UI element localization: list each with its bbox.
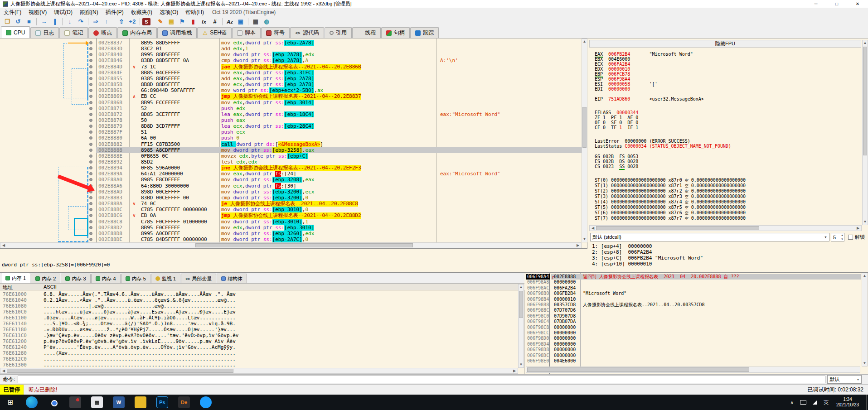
disasm-row[interactable]: 002E88806A 00push 0 xyxy=(0,135,582,141)
tab-watch[interactable]: 监视 1 xyxy=(151,274,180,283)
registers-hscrollbar[interactable]: ◀▶ xyxy=(589,225,862,231)
globe-icon[interactable]: ◍ xyxy=(262,17,272,26)
tab-mem[interactable]: 内存 1 xyxy=(1,273,30,283)
stack-address[interactable]: 006F98D8 xyxy=(526,347,550,352)
stack-vscrollbar[interactable]: ▲▼ xyxy=(862,273,868,367)
register-line[interactable]: ST(5) 00000000000000000000 x87r5 空 0.000… xyxy=(595,205,746,210)
disasm-row[interactable]: 002E88D28B95 F0CFFFFFmov edx,dword ptr s… xyxy=(0,225,582,231)
breakpoint-dot-icon[interactable] xyxy=(89,101,92,104)
breakpoint-dot-icon[interactable] xyxy=(89,143,92,146)
tab-mem[interactable]: 内存 3 xyxy=(61,274,90,283)
calling-convention-select[interactable]: 默认 (stdcall) ▼ xyxy=(590,233,829,241)
disasm-row[interactable]: 002E889285D2test edx,edx xyxy=(0,159,582,165)
disasm-row[interactable]: 002E88B383BD 00CEFFFF 00cmp dword ptr ss… xyxy=(0,195,582,201)
breakpoint-dot-icon[interactable] xyxy=(89,53,92,56)
tab-trace[interactable]: 跟踪 xyxy=(410,27,439,38)
stack-address[interactable]: 006F98D4 xyxy=(526,342,550,347)
stack-row[interactable]: 07DB07DA xyxy=(551,319,861,324)
patch-icon[interactable]: ✎ xyxy=(155,17,165,26)
tab-references[interactable]: 引用 xyxy=(325,27,352,38)
disasm-row[interactable]: 002E887850push eax xyxy=(0,117,582,123)
rununtil-icon[interactable]: ⇒ xyxy=(91,17,101,26)
register-line[interactable]: EDI 00000000 xyxy=(595,87,693,92)
stack-address[interactable]: 006F98E0 xyxy=(526,358,550,364)
stack-address[interactable]: 006F98CC xyxy=(526,330,550,336)
disassembly-pane[interactable]: 002E88378B95 88D5FFFFmov edx,dword ptr s… xyxy=(0,39,587,272)
tab-callstack[interactable]: 调用堆栈 xyxy=(157,27,197,38)
register-line[interactable]: EDX 00000010 xyxy=(595,67,693,72)
disasm-row[interactable]: 002E88550385 88D5FFFFadd eax,dword ptr s… xyxy=(0,76,582,82)
breakpoint-dot-icon[interactable] xyxy=(89,125,92,128)
command-syntax-select[interactable]: 默认 ▼ xyxy=(827,375,862,384)
disasm-row[interactable]: 002E88BCC785 F0CFFFFF 00000000mov dword … xyxy=(0,207,582,212)
send-icon[interactable]: ▣ xyxy=(236,17,246,26)
calculator-taskbar-icon[interactable]: ▦ xyxy=(91,396,103,408)
open-icon[interactable]: ❒ xyxy=(2,17,12,26)
hash-icon[interactable]: # xyxy=(210,17,220,26)
stack-address[interactable]: 006F98C8 xyxy=(526,325,550,330)
register-line[interactable]: OF 0 SF 0 DF 0 xyxy=(595,120,638,125)
registers-vscrollbar[interactable]: ▲▼ xyxy=(862,40,868,225)
photoshop-taskbar-icon[interactable]: Ps xyxy=(156,396,168,408)
register-line[interactable]: ES 002B DS 002B xyxy=(595,159,638,164)
disasm-row[interactable]: 002E886B8B95 ECCFFFFFmov edx,dword ptr s… xyxy=(0,100,582,106)
disasm-row[interactable]: 002E88888985 A8CDFFFFmov dword ptr ss:[e… xyxy=(0,147,582,153)
disasm-row[interactable]: 002E8869∧EB CCjmp 人像摄影协会线上课程报名表--2021--0… xyxy=(0,93,582,99)
breakpoint-dot-icon[interactable] xyxy=(89,238,92,241)
breakpoint-dot-icon[interactable] xyxy=(89,77,92,80)
breakpoint-dot-icon[interactable] xyxy=(89,196,92,199)
menu-item[interactable]: 文件(F) xyxy=(0,8,25,17)
disasm-row[interactable]: 002E887152push edx xyxy=(0,106,582,111)
menu-item[interactable]: 收藏夹(I) xyxy=(127,8,156,17)
breakpoint-dot-icon[interactable] xyxy=(89,220,92,223)
register-line[interactable]: ST(0) 00000000000000000000 x87r0 空 0.000… xyxy=(595,178,746,183)
stack-row[interactable]: 00357CD8人像摄影协会线上课程报名表--2021--04--20.0035… xyxy=(551,302,861,308)
command-input[interactable] xyxy=(18,376,825,383)
stack-row[interactable]: 00000000 xyxy=(551,330,861,336)
tab-source[interactable]: <>源代码 xyxy=(290,27,324,38)
breakpoint-dot-icon[interactable] xyxy=(89,113,92,116)
breakpoint-dot-icon[interactable] xyxy=(89,149,92,152)
tab-mem[interactable]: 内存 4 xyxy=(91,274,121,283)
disasm-row[interactable]: 002E88728D85 3CE7FFFFlea eax,dword ptr s… xyxy=(0,111,582,117)
disasm-row[interactable]: 002E88798D8D 3CD7FFFFlea ecx,dword ptr s… xyxy=(0,123,582,129)
tray-collapse-icon[interactable]: ∧ xyxy=(790,400,794,405)
disasm-row[interactable]: 002E884683BD 88D5FFFF 0Acmp dword ptr ss… xyxy=(0,58,582,63)
monitor-icon[interactable] xyxy=(800,400,806,405)
register-line[interactable]: EAX 006FB2B4 "Microsoft Word" xyxy=(595,52,693,57)
stack-address[interactable]: 006F98B4 xyxy=(526,297,550,302)
menu-item[interactable]: 选项(O) xyxy=(156,8,182,17)
stepinto-icon[interactable]: ↓ xyxy=(65,17,75,26)
disasm-row[interactable]: 002E88408995 88D5FFFFmov dword ptr ss:[e… xyxy=(0,52,582,58)
register-line[interactable]: ST(7) 00000000000000000000 x87r7 空 0.000… xyxy=(595,216,746,221)
stack-row[interactable]: 00000000 xyxy=(551,347,861,352)
attach-icon[interactable]: +2 xyxy=(127,17,137,26)
stack-row[interactable]: 006FB2B4"Microsoft Word" xyxy=(551,291,861,296)
breakpoint-dot-icon[interactable] xyxy=(89,232,92,235)
stack-address[interactable]: 006F98AC xyxy=(526,285,550,291)
tab-memmap[interactable]: 内存布局 xyxy=(117,27,157,38)
disasm-row[interactable]: 002E88940F85 596A0000jne 人像摄影协会线上课程报名表--… xyxy=(0,165,582,171)
disasm-row[interactable]: 002E88C8C785 F0CFFFFF 01000000mov dword … xyxy=(0,219,582,225)
stack-row[interactable]: 004E6000 xyxy=(551,358,861,364)
register-line[interactable]: ST(3) 00000000000000000000 x87r3 空 0.000… xyxy=(595,194,746,199)
show-desktop-button[interactable] xyxy=(866,395,868,410)
register-line[interactable]: EIP 751AD860 <user32.MessageBoxA> xyxy=(595,96,704,101)
stop-icon[interactable]: ■ xyxy=(24,17,34,26)
disasm-row[interactable]: 002E886166:89844D 50FAFFFFmov word ptr s… xyxy=(0,87,582,93)
disasm-vscrollbar[interactable]: ▲▼ xyxy=(582,39,587,242)
stack-row[interactable]: 00000000 xyxy=(551,280,861,285)
disasm-row[interactable]: 002E88BA∨74 0Cje 人像摄影协会线上课程报名表--2021--04… xyxy=(0,201,582,207)
minimize-button[interactable]: ─ xyxy=(805,0,826,8)
stepout-icon[interactable]: ↑ xyxy=(102,17,112,26)
stack-row[interactable]: 00000000 xyxy=(551,353,861,358)
breakpoint-dot-icon[interactable] xyxy=(89,160,92,164)
breakpoint-dot-icon[interactable] xyxy=(89,95,92,98)
breakpoint-dot-icon[interactable] xyxy=(89,202,92,205)
disasm-row[interactable]: 002E889A64:A1 24000000mov eax,dword ptr … xyxy=(0,171,582,177)
stack-hscrollbar[interactable] xyxy=(526,367,860,373)
pause-icon[interactable]: ∥ xyxy=(50,17,60,26)
comment-icon[interactable]: ▤ xyxy=(166,17,176,26)
register-line[interactable]: ZF 1 PF 1 AF 0 xyxy=(595,115,638,120)
stack-address[interactable]: 006F98A8 xyxy=(526,280,550,285)
